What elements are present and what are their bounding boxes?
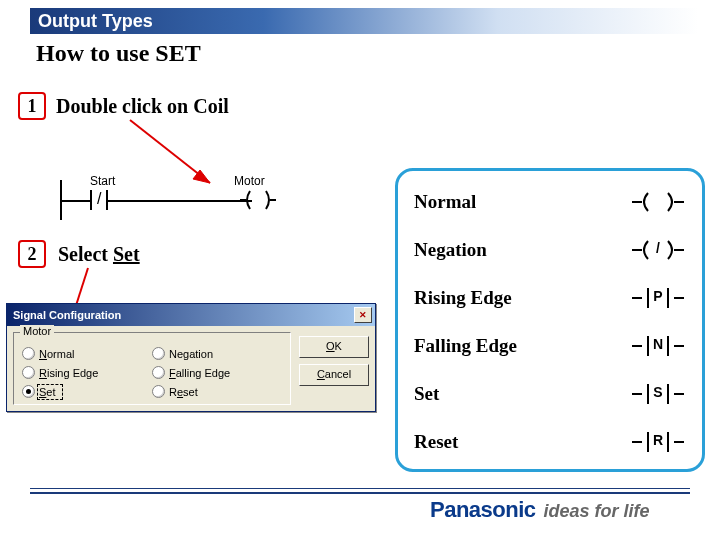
coil-char: R bbox=[632, 432, 684, 448]
radio-label: Reset bbox=[169, 386, 198, 398]
radio-label: Set bbox=[39, 386, 56, 398]
radio-icon bbox=[152, 366, 165, 379]
coil-reset-icon: R bbox=[632, 431, 684, 453]
footer-divider bbox=[30, 488, 690, 494]
brand-tagline: ideas for life bbox=[544, 501, 650, 522]
step-2-set: Set bbox=[113, 243, 140, 265]
coil-label: Motor bbox=[234, 174, 265, 188]
legend-label: Normal bbox=[414, 191, 476, 213]
radio-reset[interactable]: Reset bbox=[152, 385, 198, 398]
dialog-close-button[interactable]: ✕ bbox=[354, 307, 372, 323]
radio-label: Normal bbox=[39, 348, 74, 360]
close-icon: ✕ bbox=[359, 304, 367, 326]
coil-falling-icon: N bbox=[632, 335, 684, 357]
group-label: Motor bbox=[20, 325, 54, 337]
coil-char: / bbox=[632, 240, 684, 256]
coil-negation-icon: / bbox=[632, 239, 684, 261]
step-1-badge: 1 bbox=[18, 92, 46, 120]
radio-rising-edge[interactable]: Rising Edge bbox=[22, 366, 122, 379]
radio-icon bbox=[22, 347, 35, 360]
legend-label: Rising Edge bbox=[414, 287, 512, 309]
coil-char: N bbox=[632, 336, 684, 352]
legend-row-reset: Reset R bbox=[414, 431, 684, 453]
legend-label: Set bbox=[414, 383, 439, 405]
legend-label: Falling Edge bbox=[414, 335, 517, 357]
coil-output[interactable] bbox=[240, 187, 276, 217]
coil-set-icon: S bbox=[632, 383, 684, 405]
coil-char: P bbox=[632, 288, 684, 304]
legend-row-normal: Normal bbox=[414, 191, 684, 213]
dialog-body: Motor Normal Negation Rising Edge bbox=[7, 326, 375, 411]
dialog-signal-configuration: Signal Configuration ✕ Motor Normal Nega… bbox=[6, 303, 376, 412]
legend-row-set: Set S bbox=[414, 383, 684, 405]
section-band: Output Types bbox=[30, 8, 698, 34]
ok-button[interactable]: OK bbox=[299, 336, 369, 358]
brand-logo: Panasonic bbox=[430, 497, 536, 523]
radio-icon bbox=[22, 385, 35, 398]
radio-label: Negation bbox=[169, 348, 213, 360]
coil-type-legend: Normal Negation / Rising Edge P Falling … bbox=[395, 168, 705, 472]
dialog-titlebar: Signal Configuration ✕ bbox=[7, 304, 375, 326]
coil-rising-icon: P bbox=[632, 287, 684, 309]
cancel-button[interactable]: Cancel bbox=[299, 364, 369, 386]
coil-char: S bbox=[632, 384, 684, 400]
ladder-diagram: Start / Motor bbox=[60, 180, 280, 220]
legend-label: Reset bbox=[414, 431, 458, 453]
radio-normal[interactable]: Normal bbox=[22, 347, 122, 360]
radio-icon bbox=[152, 347, 165, 360]
radio-negation[interactable]: Negation bbox=[152, 347, 213, 360]
dialog-title-text: Signal Configuration bbox=[13, 304, 121, 326]
legend-label: Negation bbox=[414, 239, 487, 261]
radio-label: Falling Edge bbox=[169, 367, 230, 379]
page-title: How to use SET bbox=[36, 40, 201, 67]
radio-group-motor: Motor Normal Negation Rising Edge bbox=[13, 332, 291, 405]
step-2-prefix: Select bbox=[58, 243, 113, 265]
dialog-buttons: OK Cancel bbox=[299, 332, 369, 405]
radio-icon bbox=[22, 366, 35, 379]
radio-label: Rising Edge bbox=[39, 367, 98, 379]
brand-footer: Panasonic ideas for life bbox=[430, 497, 650, 523]
radio-set[interactable]: Set bbox=[22, 385, 122, 398]
legend-row-negation: Negation / bbox=[414, 239, 684, 261]
contact-nc: / bbox=[90, 190, 118, 210]
coil-normal-icon bbox=[632, 191, 684, 213]
legend-row-falling: Falling Edge N bbox=[414, 335, 684, 357]
radio-falling-edge[interactable]: Falling Edge bbox=[152, 366, 230, 379]
radio-icon bbox=[152, 385, 165, 398]
contact-label: Start bbox=[90, 174, 115, 188]
legend-row-rising: Rising Edge P bbox=[414, 287, 684, 309]
